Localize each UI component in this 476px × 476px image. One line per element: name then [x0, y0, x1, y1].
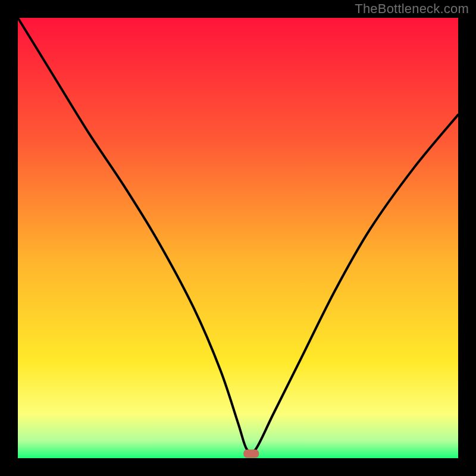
optimal-marker: [243, 450, 259, 458]
site-watermark: TheBottleneck.com: [355, 0, 469, 18]
bottleneck-chart: [18, 18, 458, 458]
chart-canvas: [18, 18, 458, 458]
gradient-background: [18, 18, 458, 458]
